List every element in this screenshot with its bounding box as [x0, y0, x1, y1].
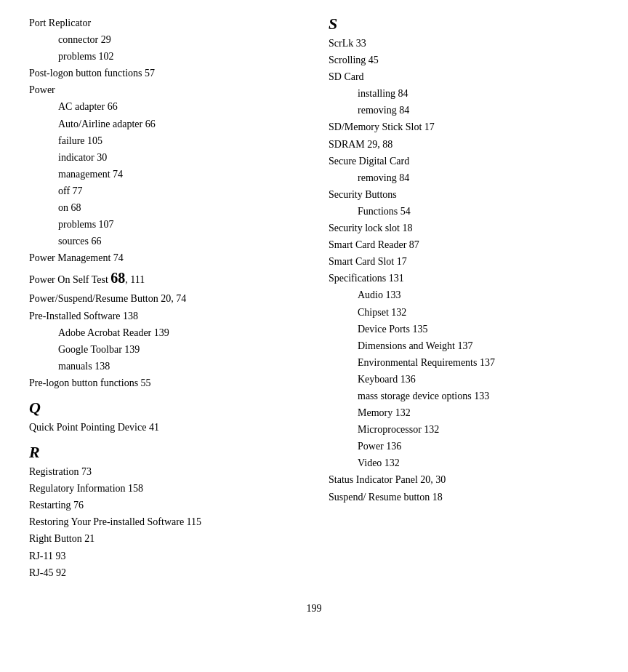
entry-suspend-resume: Suspend/ Resume button 18: [329, 489, 599, 505]
entry-restoring: Restoring Your Pre-installed Software 11…: [29, 513, 299, 530]
entry-power-on-self-test: Power On Self Test 68, 111: [29, 266, 299, 290]
entry-power-suspend-resume: Power/Suspend/Resume Button 20, 74: [29, 290, 299, 307]
entry-environmental: Environmental Requirements 137: [329, 354, 599, 371]
entry-video: Video 132: [329, 455, 599, 471]
entry-security-buttons: Security Buttons: [329, 186, 599, 203]
left-column: Port Replicator connector 29 problems 10…: [29, 15, 314, 581]
entry-ac-adapter: AC adapter 66: [29, 98, 299, 115]
entry-problems-107: problems 107: [29, 216, 299, 233]
entry-microprocessor: Microprocessor 132: [329, 421, 599, 438]
entry-pre-logon: Pre-logon button functions 55: [29, 375, 299, 391]
section-s: S ScrLk 33 Scrolling 45 SD Card installi…: [329, 15, 599, 505]
entry-smart-card-reader: Smart Card Reader 87: [329, 236, 599, 253]
section-q-letter: Q: [29, 399, 299, 417]
entry-auto-airline: Auto/Airline adapter 66: [29, 116, 299, 132]
entry-power-management: Power Management 74: [29, 249, 299, 266]
entry-power-spec: Power 136: [329, 438, 599, 455]
entry-scrlk: ScrLk 33: [329, 35, 599, 52]
entry-sd-memory-stick-slot: SD/Memory Stick Slot 17: [329, 119, 599, 135]
entry-scrolling: Scrolling 45: [329, 52, 599, 68]
entry-restarting: Restarting 76: [29, 497, 299, 513]
entry-rj45: RJ-45 92: [29, 564, 299, 581]
entry-adobe: Adobe Acrobat Reader 139: [29, 324, 299, 341]
entry-connector: connector 29: [29, 31, 299, 48]
entry-sources: sources 66: [29, 233, 299, 249]
large-number-68: 68: [110, 270, 125, 286]
entry-regulatory: Regulatory Information 158: [29, 480, 299, 497]
entry-port-replicator: Port Replicator: [29, 15, 299, 31]
entry-smart-card-slot: Smart Card Slot 17: [329, 253, 599, 270]
entry-security-lock-slot: Security lock slot 18: [329, 220, 599, 236]
entry-post-logon: Post-logon button functions 57: [29, 65, 299, 81]
entry-mass-storage: mass storage device options 133: [329, 388, 599, 404]
entry-rj11: RJ-11 93: [29, 548, 299, 564]
entry-security-functions: Functions 54: [329, 203, 599, 220]
entry-device-ports: Device Ports 135: [329, 321, 599, 337]
entry-management: management 74: [29, 166, 299, 183]
entry-secure-digital: Secure Digital Card: [329, 153, 599, 169]
entry-sd-installing: installing 84: [329, 85, 599, 102]
entry-pre-installed: Pre-Installed Software 138: [29, 308, 299, 324]
section-r-letter: R: [29, 443, 299, 462]
entry-registration: Registration 73: [29, 463, 299, 480]
entry-on: on 68: [29, 199, 299, 216]
entry-google-toolbar: Google Toolbar 139: [29, 341, 299, 358]
entry-dimensions: Dimensions and Weight 137: [329, 337, 599, 354]
entry-manuals: manuals 138: [29, 358, 299, 375]
section-q: Q Quick Point Pointing Device 41: [29, 399, 299, 436]
entry-sd-removing: removing 84: [329, 102, 599, 119]
entry-off: off 77: [29, 183, 299, 199]
page-number: 199: [29, 603, 599, 615]
entry-failure: failure 105: [29, 132, 299, 149]
entry-chipset: Chipset 132: [329, 304, 599, 321]
entry-secure-removing: removing 84: [329, 169, 599, 186]
entry-problems-102: problems 102: [29, 48, 299, 65]
entry-power: Power: [29, 81, 299, 98]
entry-sd-card: SD Card: [329, 68, 599, 85]
entry-keyboard: Keyboard 136: [329, 371, 599, 388]
entry-quick-point: Quick Point Pointing Device 41: [29, 419, 299, 436]
entry-sdram: SDRAM 29, 88: [329, 136, 599, 153]
entry-specifications: Specifications 131: [329, 270, 599, 287]
entry-right-button: Right Button 21: [29, 530, 299, 547]
right-column: S ScrLk 33 Scrolling 45 SD Card installi…: [314, 15, 599, 581]
entry-indicator: indicator 30: [29, 149, 299, 166]
entry-audio: Audio 133: [329, 287, 599, 303]
entry-status-indicator: Status Indicator Panel 20, 30: [329, 471, 599, 488]
page-content: Port Replicator connector 29 problems 10…: [29, 15, 599, 581]
section-s-letter: S: [329, 15, 599, 33]
entry-memory: Memory 132: [329, 404, 599, 421]
section-r: R Registration 73 Regulatory Information…: [29, 443, 299, 581]
